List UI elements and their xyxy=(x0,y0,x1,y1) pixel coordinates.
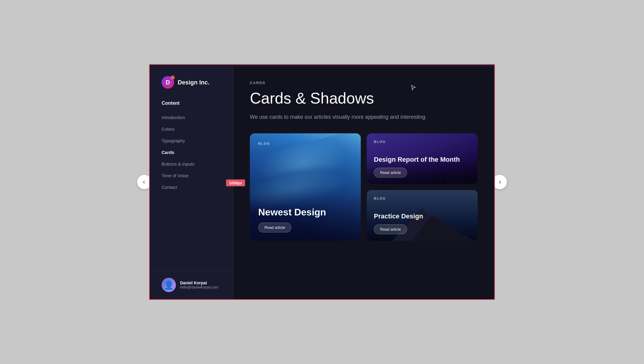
sidebar-nav: Introduction Colors Typography Cards But… xyxy=(150,112,233,270)
card-practice-design[interactable]: BLOG Practice Design Read article xyxy=(367,190,478,241)
footer-name: Daniel Korpai xyxy=(180,280,218,285)
sidebar-item-colors[interactable]: Colors xyxy=(162,124,221,135)
sidebar-footer: Daniel Korpai hello@danielkorpai.com xyxy=(150,270,233,299)
card-top: BLOG xyxy=(258,142,352,145)
card-bottom: Newest Design Read article xyxy=(258,206,352,232)
card-design-report[interactable]: BLOG Design Report of the Month Read art… xyxy=(367,133,478,184)
sidebar-item-contact[interactable]: Contact xyxy=(162,182,221,193)
card-badge-practice: BLOG xyxy=(374,197,470,200)
card-title-report: Design Report of the Month xyxy=(374,155,470,164)
card-title-practice: Practice Design xyxy=(374,212,470,221)
page-title: Cards & Shadows xyxy=(250,90,478,107)
logo-letter: D xyxy=(166,79,170,86)
card-bottom-practice: Practice Design Read article xyxy=(374,212,470,234)
cards-grid: BLOG Newest Design Read article xyxy=(250,133,478,241)
card-newest-design[interactable]: BLOG Newest Design Read article xyxy=(250,133,361,241)
card-title-newest: Newest Design xyxy=(258,206,352,218)
avatar xyxy=(162,278,176,292)
footer-user-info: Daniel Korpai hello@danielkorpai.com xyxy=(180,280,218,289)
chevron-left-icon: ‹ xyxy=(143,178,145,186)
read-article-button-report[interactable]: Read article xyxy=(374,168,407,178)
page-description: We use cards to make our articles visual… xyxy=(250,113,429,121)
card-content: BLOG Newest Design Read article xyxy=(250,133,361,241)
sidebar-item-cards[interactable]: Cards xyxy=(162,147,221,158)
card-small-content-practice: BLOG Practice Design Read article xyxy=(367,190,478,241)
company-name: Design Inc. xyxy=(178,79,210,86)
logo-area: D Design Inc. xyxy=(150,67,233,101)
app-container: 1000px D Design Inc. Content Introductio… xyxy=(150,67,494,299)
read-article-button-newest[interactable]: Read article xyxy=(258,223,291,232)
sidebar-item-buttons-inputs[interactable]: Buttons & Inputs xyxy=(162,158,221,169)
sidebar-section-label: Content xyxy=(150,101,233,112)
read-article-button-practice[interactable]: Read article xyxy=(374,224,407,234)
sidebar-item-tone-of-voice[interactable]: Tone of Voice xyxy=(162,170,221,181)
sidebar: 1000px D Design Inc. Content Introductio… xyxy=(150,67,233,299)
card-small-content-report: BLOG Design Report of the Month Read art… xyxy=(367,133,478,184)
chevron-right-icon: › xyxy=(499,178,501,186)
page-label: CARDS xyxy=(250,81,478,85)
sidebar-item-typography[interactable]: Typography xyxy=(162,135,221,146)
width-badge: 1000px xyxy=(226,180,245,186)
card-badge-report: BLOG xyxy=(374,140,470,144)
sidebar-item-introduction[interactable]: Introduction xyxy=(162,112,221,123)
main-content: CARDS Cards & Shadows We use cards to ma… xyxy=(233,67,494,299)
app-frame: 1000px D Design Inc. Content Introductio… xyxy=(149,64,495,300)
footer-email: hello@danielkorpai.com xyxy=(180,285,218,289)
card-bottom-report: Design Report of the Month Read article xyxy=(374,155,470,178)
logo-icon: D xyxy=(162,76,174,89)
card-badge-newest: BLOG xyxy=(258,142,352,145)
